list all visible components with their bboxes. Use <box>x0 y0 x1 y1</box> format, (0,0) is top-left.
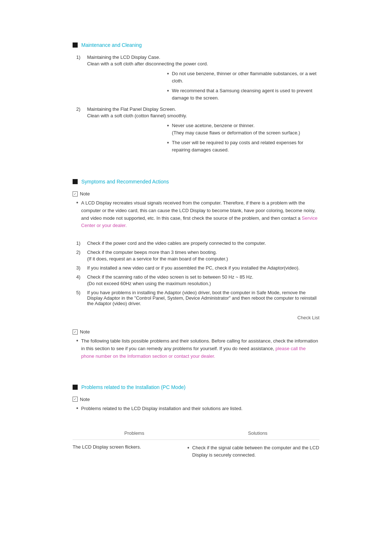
maintenance-title: Maintenance and Cleaning <box>81 42 142 48</box>
installation-table: Problems Solutions The LCD Display scree… <box>73 430 319 466</box>
solution-bullet: • Check if the signal cable between the … <box>187 444 319 458</box>
item-2-num: 2) <box>76 106 87 118</box>
section-square-icon <box>73 385 78 390</box>
item-content: Check if the computer beeps more than 3 … <box>87 250 319 262</box>
item-main: Check if the computer beeps more than 3 … <box>87 250 319 255</box>
table-row: The LCD Display screen flickers. • Check… <box>73 439 319 466</box>
table-header: Problems Solutions <box>73 430 319 436</box>
symptoms-note-text: A LCD Display recreates visual signals r… <box>81 199 319 230</box>
checkbox-icon: ✓ <box>73 329 78 335</box>
bullet-item: • Do not use benzene, thinner or other f… <box>167 70 319 84</box>
bullet-text: The user will be required to pay costs a… <box>172 139 319 153</box>
note-bullet-row: • A LCD Display recreates visual signals… <box>76 199 319 230</box>
note-bullet-row: • Problems related to the LCD Display in… <box>76 405 319 413</box>
bullet-dot-icon: • <box>167 70 169 84</box>
checkbox-icon: ✓ <box>73 191 78 197</box>
check-list-label: Check List <box>73 315 319 320</box>
installation-section-header: Problems related to the Installation (PC… <box>73 384 319 390</box>
note-label: Note <box>80 329 90 335</box>
item-content: Check if the scanning ratio of the video… <box>87 274 319 286</box>
item-content: If you installed a new video card or if … <box>87 265 319 271</box>
checklist-note-text: The following table lists possible probl… <box>81 337 319 360</box>
bullet-text: Do not use benzene, thinner or other fla… <box>172 70 319 84</box>
note-label: Note <box>80 191 90 197</box>
item-2-sub: Clean with a soft cloth (cotton flannel)… <box>87 113 319 118</box>
maintenance-section-header: Maintenance and Cleaning <box>73 42 319 48</box>
note-bullet-row: • The following table lists possible pro… <box>76 337 319 360</box>
item-num: 4) <box>76 274 87 286</box>
col-header-problems: Problems <box>73 430 196 436</box>
bullet-dot-icon: • <box>76 199 78 230</box>
table-cell-problem: The LCD Display screen flickers. <box>73 444 184 461</box>
symptoms-note-block: ✓ Note • A LCD Display recreates visual … <box>73 191 319 230</box>
note-checkbox-row: ✓ Note <box>73 191 319 197</box>
symptoms-item-1: 1) Check if the power cord and the video… <box>76 240 319 246</box>
bullet-item: • The user will be required to pay costs… <box>167 139 319 153</box>
item-main: Check if the scanning ratio of the video… <box>87 274 319 280</box>
item-1-main: Maintaining the LCD Display Case. <box>87 54 319 60</box>
item-num: 1) <box>76 240 87 246</box>
bullet-dot-icon: • <box>167 122 169 136</box>
checkbox-icon: ✓ <box>73 397 78 402</box>
maintenance-item-1: 1) Maintaining the LCD Display Case. Cle… <box>76 54 319 66</box>
col-header-solutions: Solutions <box>196 430 319 436</box>
item-num: 2) <box>76 250 87 262</box>
item-num: 5) <box>76 290 87 306</box>
note-checkbox-row: ✓ Note <box>73 329 319 335</box>
bullet-dot-icon: • <box>76 337 78 360</box>
item-content: Check if the power cord and the video ca… <box>87 240 319 246</box>
symptoms-title: Symptoms and Recommended Actions <box>81 179 169 185</box>
section-square-icon <box>73 42 78 48</box>
item-1-num: 1) <box>76 54 87 66</box>
maintenance-item-2: 2) Maintaining the Flat Panel Display Sc… <box>76 106 319 118</box>
item-num: 3) <box>76 265 87 271</box>
section-square-icon <box>73 179 78 184</box>
item-sub: (If it does, request an a service for th… <box>87 256 319 262</box>
bullet-dot-icon: • <box>167 87 169 101</box>
item-content: If you have problems in installing the A… <box>87 290 319 306</box>
maintenance-item-1-bullets: • Do not use benzene, thinner or other f… <box>167 70 319 101</box>
bullet-item: • Never use acetone, benzene or thinner.… <box>167 122 319 136</box>
table-cell-solution: • Check if the signal cable between the … <box>184 444 319 461</box>
checklist-note-block: ✓ Note • The following table lists possi… <box>73 329 319 360</box>
maintenance-item-2-bullets: • Never use acetone, benzene or thinner.… <box>167 122 319 153</box>
bullet-item: • We recommend that a Samsung cleansing … <box>167 87 319 101</box>
installation-title: Problems related to the Installation (PC… <box>81 384 185 390</box>
solution-text: Check if the signal cable between the co… <box>192 444 319 458</box>
item-1-sub: Clean with a soft cloth after disconnect… <box>87 61 319 66</box>
symptoms-item-5: 5) If you have problems in installing th… <box>76 290 319 306</box>
item-2-main: Maintaining the Flat Panel Display Scree… <box>87 106 319 112</box>
bullet-text: Never use acetone, benzene or thinner.(T… <box>172 122 319 136</box>
installation-note-block: ✓ Note • Problems related to the LCD Dis… <box>73 397 319 413</box>
installation-note-text: Problems related to the LCD Display inst… <box>81 405 319 413</box>
bullet-dot-icon: • <box>167 139 169 153</box>
note-label: Note <box>80 397 90 402</box>
item-2-content: Maintaining the Flat Panel Display Scree… <box>87 106 319 118</box>
item-1-content: Maintaining the LCD Display Case. Clean … <box>87 54 319 66</box>
item-sub: (Do not exceed 60Hz when using the maxim… <box>87 281 319 286</box>
symptoms-item-2: 2) Check if the computer beeps more than… <box>76 250 319 262</box>
bullet-text: We recommend that a Samsung cleansing ag… <box>172 87 319 101</box>
bullet-dot-icon: • <box>76 405 78 413</box>
symptoms-note-main-text: A LCD Display recreates visual signals r… <box>81 200 316 221</box>
symptoms-section-header: Symptoms and Recommended Actions <box>73 179 319 185</box>
symptoms-item-4: 4) Check if the scanning ratio of the vi… <box>76 274 319 286</box>
bullet-dot-icon: • <box>187 444 189 458</box>
symptoms-item-3: 3) If you installed a new video card or … <box>76 265 319 271</box>
note-checkbox-row: ✓ Note <box>73 397 319 402</box>
